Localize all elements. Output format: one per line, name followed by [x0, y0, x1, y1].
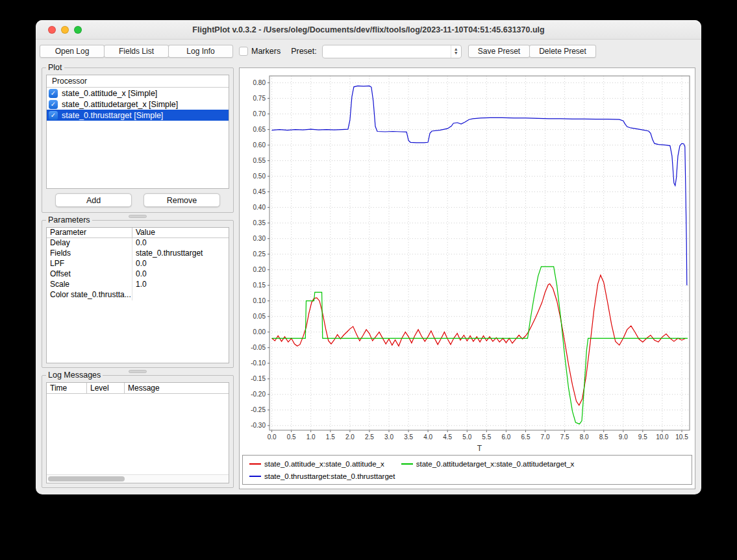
- log-messages-header[interactable]: Time Level Message: [47, 383, 229, 394]
- preset-label: Preset:: [291, 47, 317, 56]
- svg-text:5.0: 5.0: [462, 433, 471, 441]
- param-name: Fields: [47, 249, 132, 259]
- svg-text:0.25: 0.25: [253, 250, 266, 258]
- checkbox-checked-icon[interactable]: [49, 89, 58, 98]
- svg-text:0.70: 0.70: [253, 110, 266, 117]
- table-row[interactable]: Delay 0.0: [47, 238, 229, 249]
- legend-line-icon: [249, 476, 261, 477]
- svg-text:-0.05: -0.05: [251, 344, 266, 351]
- checkbox-checked-icon[interactable]: [49, 111, 58, 120]
- svg-text:0.10: 0.10: [253, 297, 266, 304]
- log-messages-table[interactable]: Time Level Message: [46, 382, 229, 483]
- remove-button[interactable]: Remove: [144, 193, 220, 207]
- column-header-message[interactable]: Message: [125, 383, 229, 393]
- svg-text:0.80: 0.80: [253, 79, 266, 86]
- svg-text:6.0: 6.0: [501, 433, 510, 441]
- close-button-icon[interactable]: [48, 26, 56, 34]
- open-log-button[interactable]: Open Log: [40, 45, 105, 58]
- processor-list[interactable]: Processor state_0.attitude_x [Simple] st…: [46, 75, 229, 189]
- svg-text:2.5: 2.5: [365, 433, 374, 441]
- table-row[interactable]: LPF 0.0: [47, 259, 229, 269]
- svg-text:-0.20: -0.20: [251, 391, 266, 398]
- svg-text:0.30: 0.30: [253, 235, 266, 242]
- svg-text:7.0: 7.0: [541, 433, 550, 441]
- svg-text:0.15: 0.15: [253, 282, 266, 289]
- svg-text:-0.30: -0.30: [251, 422, 266, 429]
- svg-text:10.0: 10.0: [656, 433, 669, 441]
- param-value[interactable]: 1.0: [132, 280, 229, 290]
- svg-text:0.40: 0.40: [253, 204, 266, 211]
- splitter-handle[interactable]: [129, 370, 147, 373]
- svg-text:0.0: 0.0: [268, 433, 277, 441]
- column-header-value[interactable]: Value: [132, 228, 229, 237]
- svg-text:0.55: 0.55: [253, 157, 266, 164]
- param-name: Scale: [47, 280, 132, 290]
- zoom-button-icon[interactable]: [74, 26, 82, 34]
- svg-text:2.0: 2.0: [345, 433, 355, 441]
- scrollbar-thumb[interactable]: [48, 476, 125, 481]
- log-messages-panel: Log Messages Time Level Message: [42, 375, 234, 488]
- column-header-parameter[interactable]: Parameter: [47, 228, 132, 237]
- table-row[interactable]: Color state_0.thrustta...: [47, 290, 229, 300]
- legend-label: state_0.attitude_x:state_0.attitude_x: [264, 460, 384, 468]
- svg-text:9.0: 9.0: [619, 433, 628, 441]
- parameters-panel-title: Parameters: [46, 215, 92, 225]
- svg-text:5.5: 5.5: [482, 433, 491, 441]
- title-bar[interactable]: FlightPlot v.0.3.2 - /Users/oleg/Documen…: [36, 20, 701, 40]
- fields-list-button[interactable]: Fields List: [104, 45, 169, 58]
- table-row[interactable]: Fields state_0.thrusttarget: [47, 249, 229, 259]
- splitter-handle[interactable]: [129, 215, 147, 218]
- param-value[interactable]: [132, 290, 229, 300]
- markers-checkbox[interactable]: [239, 47, 248, 56]
- legend-line-icon: [249, 463, 261, 465]
- delete-preset-button[interactable]: Delete Preset: [529, 45, 596, 58]
- column-header-time[interactable]: Time: [47, 383, 87, 393]
- add-button[interactable]: Add: [55, 193, 132, 207]
- parameters-table[interactable]: Parameter Value Delay 0.0 Fields state_0…: [46, 227, 229, 363]
- chart-canvas[interactable]: 0.00.51.01.52.02.53.03.54.04.55.05.56.06…: [240, 68, 695, 455]
- save-preset-button[interactable]: Save Preset: [468, 45, 530, 58]
- chart-panel: 0.00.51.01.52.02.53.03.54.04.55.05.56.06…: [239, 67, 695, 489]
- param-name: Delay: [47, 238, 132, 249]
- svg-text:1.5: 1.5: [326, 433, 335, 441]
- left-sidebar: Plot Processor state_0.attitude_x [Simpl…: [42, 63, 234, 489]
- svg-text:0.20: 0.20: [253, 266, 266, 273]
- svg-text:0.05: 0.05: [253, 313, 266, 320]
- param-value[interactable]: 0.0: [132, 259, 229, 269]
- svg-text:0.35: 0.35: [253, 219, 266, 226]
- param-value[interactable]: state_0.thrusttarget: [132, 249, 229, 259]
- list-item-label: state_0.attitude_x [Simple]: [62, 89, 157, 98]
- legend-item: state_0.attitudetarget_x:state_0.attitud…: [401, 457, 575, 470]
- parameters-panel: Parameters Parameter Value Delay 0.0 Fie…: [42, 220, 234, 368]
- main-area: Plot Processor state_0.attitude_x [Simpl…: [36, 63, 701, 494]
- param-name: Color state_0.thrustta...: [47, 290, 132, 300]
- parameters-header[interactable]: Parameter Value: [47, 228, 229, 238]
- svg-text:0.50: 0.50: [253, 173, 266, 180]
- plot-panel-title: Plot: [46, 63, 64, 72]
- preset-dropdown[interactable]: ▲▼: [322, 45, 462, 58]
- list-item[interactable]: state_0.attitudetarget_x [Simple]: [47, 99, 229, 110]
- param-value[interactable]: 0.0: [132, 269, 229, 280]
- svg-text:1.0: 1.0: [306, 433, 316, 441]
- window-title: FlightPlot v.0.3.2 - /Users/oleg/Documen…: [36, 25, 701, 34]
- table-row[interactable]: Scale 1.0: [47, 280, 229, 290]
- svg-text:0.45: 0.45: [253, 188, 266, 195]
- log-info-button[interactable]: Log Info: [168, 45, 233, 58]
- app-window: FlightPlot v.0.3.2 - /Users/oleg/Documen…: [36, 20, 701, 494]
- horizontal-scrollbar[interactable]: [47, 474, 229, 483]
- log-messages-body[interactable]: [47, 394, 229, 474]
- minimize-button-icon[interactable]: [61, 26, 69, 34]
- svg-text:4.0: 4.0: [423, 433, 432, 441]
- checkbox-checked-icon[interactable]: [49, 100, 58, 109]
- param-value[interactable]: 0.0: [132, 238, 229, 249]
- column-header-level[interactable]: Level: [87, 383, 125, 393]
- svg-text:8.5: 8.5: [599, 433, 608, 441]
- svg-text:T: T: [477, 444, 482, 453]
- processor-column-header[interactable]: Processor: [47, 75, 229, 88]
- table-row[interactable]: Offset 0.0: [47, 269, 229, 280]
- list-item-selected[interactable]: state_0.thrusttarget [Simple]: [47, 110, 229, 121]
- plot-panel: Plot Processor state_0.attitude_x [Simpl…: [42, 67, 234, 213]
- legend-label: state_0.attitudetarget_x:state_0.attitud…: [416, 460, 575, 468]
- list-item-label: state_0.thrusttarget [Simple]: [62, 111, 163, 120]
- list-item[interactable]: state_0.attitude_x [Simple]: [47, 88, 229, 99]
